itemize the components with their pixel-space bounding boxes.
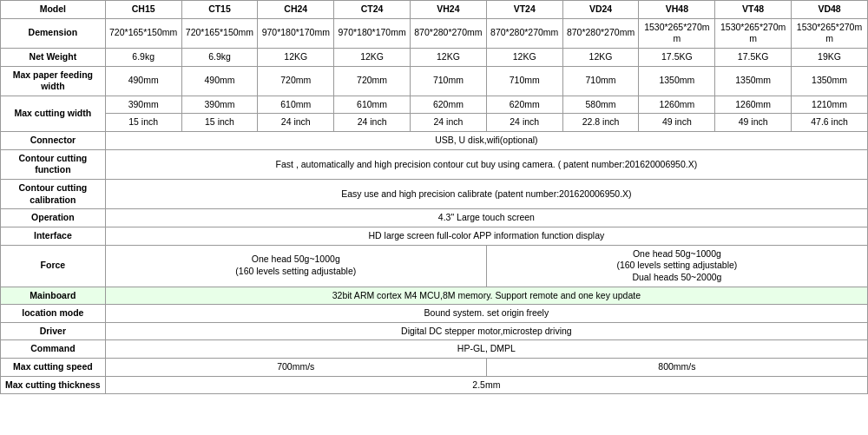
cell-speed-left: 700mm/s	[105, 359, 486, 377]
row-maxpaper: Max paper feeding width 490mm 490mm 720m…	[1, 66, 868, 96]
cell-mc-ct24-mm: 610mm	[334, 96, 411, 114]
cell-mc-vd48-in: 47.6 inch	[792, 114, 868, 132]
cell-dim-ch15: 720*165*150mm	[105, 18, 181, 48]
row-force: Force One head 50g~1000g (160 levels set…	[1, 245, 868, 287]
row-cuttingthickness: Max cutting thickness 2.5mm	[1, 376, 868, 394]
cell-mc-vt48-in: 49 inch	[715, 114, 792, 132]
cell-wt-vh24: 12KG	[411, 48, 487, 66]
cell-mc-vt24-in: 24 inch	[486, 114, 562, 132]
comparison-table: Model CH15 CT15 CH24 CT24 VH24 VT24 VD24…	[0, 0, 868, 394]
row-connector: Connector USB, U disk,wifi(optional)	[1, 132, 868, 150]
cell-mp-vt48: 1350mm	[715, 66, 792, 96]
cell-mp-vd24: 710mm	[562, 66, 639, 96]
cell-dim-vd24: 870*280*270mm	[562, 18, 639, 48]
label-cuttingspeed: Max cutting speed	[1, 359, 106, 377]
cell-wt-vd24: 12KG	[562, 48, 639, 66]
cell-mc-ct15-mm: 390mm	[181, 96, 258, 114]
cell-mc-vh48-in: 49 inch	[639, 114, 715, 132]
cell-command: HP-GL, DMPL	[105, 340, 867, 359]
cell-mc-vh48-mm: 1260mm	[639, 96, 715, 114]
header-vh48: VH48	[639, 1, 715, 19]
cell-mc-ct24-in: 24 inch	[334, 114, 411, 132]
header-vh24: VH24	[411, 1, 487, 19]
row-driver: Driver Digital DC stepper motor,microste…	[1, 322, 868, 340]
row-location: location mode Bound system. set origin f…	[1, 305, 868, 323]
cell-mp-vd48: 1350mm	[792, 66, 868, 96]
cell-mc-ct15-in: 15 inch	[181, 114, 258, 132]
cell-mp-ch15: 490mm	[105, 66, 181, 96]
cell-driver: Digital DC stepper motor,microstep drivi…	[105, 322, 867, 340]
header-ch24: CH24	[258, 1, 334, 19]
cell-wt-vt48: 17.5KG	[715, 48, 792, 66]
row-cuttingspeed: Max cutting speed 700mm/s 800mm/s	[1, 359, 868, 377]
cell-wt-ch24: 12KG	[258, 48, 334, 66]
cell-wt-vd48: 19KG	[792, 48, 868, 66]
cell-mc-vt48-mm: 1260mm	[715, 96, 792, 114]
row-mainboard: Mainboard 32bit ARM cortex M4 MCU,8M mem…	[1, 287, 868, 305]
cell-calibration: Easy use and high precision calibrate (p…	[105, 180, 867, 209]
label-operation: Operation	[1, 209, 106, 227]
row-maxcutting-inch: 15 inch 15 inch 24 inch 24 inch 24 inch …	[1, 114, 868, 132]
header-model: Model	[1, 1, 106, 19]
cell-mainboard: 32bit ARM cortex M4 MCU,8M memory. Suppo…	[105, 287, 867, 305]
cell-mp-vt24: 710mm	[486, 66, 562, 96]
row-maxcutting-mm: Max cutting width 390mm 390mm 610mm 610m…	[1, 96, 868, 114]
cell-dim-vh24: 870*280*270mm	[411, 18, 487, 48]
label-dimension: Demension	[1, 18, 106, 48]
label-contour: Contour cutting function	[1, 149, 106, 179]
cell-wt-vt24: 12KG	[486, 48, 562, 66]
header-ct24: CT24	[334, 1, 411, 19]
cell-mc-vd24-in: 22.8 inch	[562, 114, 639, 132]
cell-mp-vh48: 1350mm	[639, 66, 715, 96]
label-netweight: Net Weight	[1, 48, 106, 66]
label-command: Command	[1, 340, 106, 359]
cell-mc-ch15-mm: 390mm	[105, 96, 181, 114]
row-dimension: Demension 720*165*150mm 720*165*150mm 97…	[1, 18, 868, 48]
cell-mc-vd48-mm: 1210mm	[792, 96, 868, 114]
cell-mc-ch15-in: 15 inch	[105, 114, 181, 132]
cell-mc-ch24-mm: 610mm	[258, 96, 334, 114]
cell-mp-ct24: 720mm	[334, 66, 411, 96]
label-calibration: Contour cutting calibration	[1, 180, 106, 209]
label-driver: Driver	[1, 322, 106, 340]
cell-contour: Fast , automatically and high precision …	[105, 149, 867, 179]
header-vt24: VT24	[486, 1, 562, 19]
cell-mc-vd24-mm: 580mm	[562, 96, 639, 114]
cell-dim-vd48: 1530*265*270mm	[792, 18, 868, 48]
cell-dim-vt48: 1530*265*270mm	[715, 18, 792, 48]
cell-wt-ct15: 6.9kg	[181, 48, 258, 66]
row-calibration: Contour cutting calibration Easy use and…	[1, 180, 868, 209]
label-connector: Connector	[1, 132, 106, 150]
cell-mp-ch24: 720mm	[258, 66, 334, 96]
header-vt48: VT48	[715, 1, 792, 19]
cell-dim-ct24: 970*180*170mm	[334, 18, 411, 48]
cell-mp-ct15: 490mm	[181, 66, 258, 96]
row-interface: Interface HD large screen full-color APP…	[1, 227, 868, 245]
cell-mc-vt24-mm: 620mm	[486, 96, 562, 114]
cell-mc-vh24-mm: 620mm	[411, 96, 487, 114]
cell-force-left: One head 50g~1000g (160 levels setting a…	[105, 245, 486, 287]
cell-dim-vh48: 1530*265*270mm	[639, 18, 715, 48]
header-ch15: CH15	[105, 1, 181, 19]
row-contour: Contour cutting function Fast , automati…	[1, 149, 868, 179]
label-cuttingthickness: Max cutting thickness	[1, 376, 106, 394]
label-maxcutting: Max cutting width	[1, 96, 106, 131]
cell-force-right: One head 50g~1000g (160 levels setting a…	[486, 245, 867, 287]
label-location: location mode	[1, 305, 106, 323]
label-mainboard: Mainboard	[1, 287, 106, 305]
header-vd48: VD48	[792, 1, 868, 19]
cell-wt-ct24: 12KG	[334, 48, 411, 66]
label-force: Force	[1, 245, 106, 287]
cell-wt-ch15: 6.9kg	[105, 48, 181, 66]
cell-interface: HD large screen full-color APP informati…	[105, 227, 867, 245]
label-maxpaper: Max paper feeding width	[1, 66, 106, 96]
header-vd24: VD24	[562, 1, 639, 19]
cell-connector: USB, U disk,wifi(optional)	[105, 132, 867, 150]
row-command: Command HP-GL, DMPL	[1, 340, 868, 359]
cell-speed-right: 800mm/s	[486, 359, 867, 377]
cell-operation: 4.3" Large touch screen	[105, 209, 867, 227]
header-ct15: CT15	[181, 1, 258, 19]
cell-mc-vh24-in: 24 inch	[411, 114, 487, 132]
row-netweight: Net Weight 6.9kg 6.9kg 12KG 12KG 12KG 12…	[1, 48, 868, 66]
header-row: Model CH15 CT15 CH24 CT24 VH24 VT24 VD24…	[1, 1, 868, 19]
